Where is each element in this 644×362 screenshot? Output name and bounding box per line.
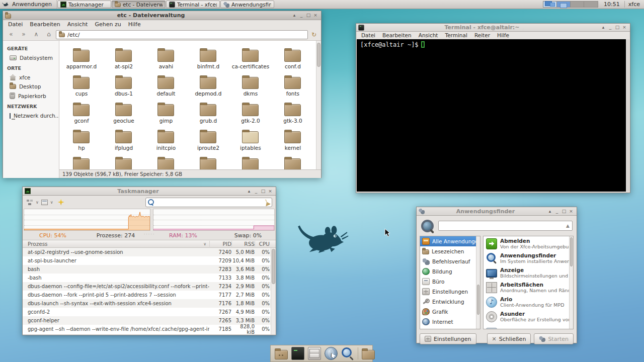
app-item[interactable]: AbmeldenVon der Xfce-Arbeitsumgebung ... bbox=[484, 236, 573, 251]
file-item[interactable] bbox=[60, 151, 103, 169]
menu-terminal[interactable]: Terminal bbox=[442, 32, 471, 39]
minimize-button[interactable]: _ bbox=[298, 12, 305, 19]
category-scrollbar[interactable] bbox=[476, 236, 480, 329]
workspace-switcher[interactable] bbox=[543, 1, 598, 8]
file-item[interactable]: iproute2 bbox=[187, 124, 229, 151]
sidebar-item[interactable]: Netzwerk durch... bbox=[3, 111, 59, 120]
category-item[interactable]: Internet bbox=[420, 317, 480, 327]
column-header-pid[interactable]: PID bbox=[209, 241, 231, 247]
reload-icon[interactable]: ↻ bbox=[309, 31, 318, 38]
file-item[interactable] bbox=[229, 151, 272, 169]
file-manager-titlebar[interactable]: etc - Dateiverwaltung ▴_□× bbox=[3, 11, 321, 20]
maximize-button[interactable]: □ bbox=[260, 188, 267, 195]
close-app-finder-button[interactable]: ✕ Schließen bbox=[487, 333, 531, 344]
terminal-titlebar[interactable]: Terminal - xfce@altair:~ ▴_□× bbox=[356, 24, 630, 32]
shade-button[interactable]: ▴ bbox=[546, 208, 553, 215]
workspace-3[interactable] bbox=[571, 2, 584, 7]
taskbar-button[interactable]: Taskmanager bbox=[57, 1, 111, 8]
menu-hilfe[interactable]: Hilfe bbox=[494, 32, 513, 39]
app-item[interactable]: AnzeigeBildschirmeinstellungen und An... bbox=[484, 265, 573, 280]
maximize-button[interactable]: □ bbox=[560, 208, 568, 215]
folder-plain-icon[interactable] bbox=[362, 350, 375, 359]
category-item[interactable]: Alle Anwendungen bbox=[420, 236, 480, 246]
clock[interactable]: 10:51 bbox=[599, 0, 624, 9]
chevron-down-icon[interactable]: ∨ bbox=[36, 200, 39, 205]
file-item[interactable]: geoclue bbox=[103, 97, 145, 124]
pane-handle[interactable]: ····· bbox=[144, 232, 155, 237]
category-item[interactable]: Grafik bbox=[420, 307, 480, 317]
menu-datei[interactable]: Datei bbox=[358, 32, 379, 39]
close-button[interactable]: × bbox=[568, 208, 575, 215]
process-row[interactable]: dbus-daemon --config-file=/etc/at-spi2/a… bbox=[23, 282, 276, 291]
file-item[interactable]: gimp bbox=[145, 97, 187, 124]
process-row[interactable]: -bash71333,8 MiB0% bbox=[23, 274, 276, 282]
menu-ansicht[interactable]: Ansicht bbox=[64, 20, 92, 29]
sidebar-item[interactable]: Papierkorb bbox=[3, 91, 59, 101]
menu-ansicht[interactable]: Ansicht bbox=[415, 32, 442, 39]
app-finder-titlebar[interactable]: Anwendungsfinder ▴_□× bbox=[417, 207, 577, 216]
file-list-view[interactable]: apparmor.dat-spi2avahibinfmt.dca-certifi… bbox=[59, 41, 321, 169]
clear-search-icon[interactable] bbox=[263, 198, 271, 206]
launch-button[interactable]: Starten bbox=[534, 333, 574, 344]
file-item[interactable]: conf.d bbox=[272, 43, 314, 70]
process-row[interactable]: at-spi2-registryd --use-gnome-session724… bbox=[23, 248, 276, 256]
file-item[interactable]: fonts bbox=[272, 70, 314, 97]
search-icon[interactable] bbox=[341, 347, 354, 360]
menu-hilfe[interactable]: Hilfe bbox=[125, 20, 144, 29]
close-button[interactable]: × bbox=[267, 188, 274, 195]
scrollbar-thumb[interactable] bbox=[477, 285, 479, 315]
minimize-button[interactable]: _ bbox=[607, 24, 614, 31]
menu-datei[interactable]: Datei bbox=[5, 20, 26, 29]
process-row[interactable]: at-spi-bus-launcher720910,4 MiB0% bbox=[23, 256, 276, 265]
scrollbar-thumb[interactable] bbox=[570, 237, 573, 266]
workspace-2[interactable] bbox=[557, 2, 571, 7]
maximize-button[interactable]: □ bbox=[305, 12, 312, 19]
path-bar[interactable]: /etc/ bbox=[56, 30, 308, 39]
applications-menu-button[interactable]: Anwendungen bbox=[0, 0, 57, 9]
menu-bearbeiten[interactable]: Bearbeiten bbox=[26, 20, 63, 29]
file-item[interactable]: cups bbox=[60, 70, 103, 97]
column-header-prozess[interactable]: Prozess∨ bbox=[23, 241, 209, 247]
back-button[interactable]: « bbox=[6, 30, 17, 39]
sidebar-item[interactable]: Dateisystem bbox=[3, 53, 59, 62]
minimize-button[interactable]: _ bbox=[553, 208, 560, 215]
up-button[interactable]: ∧ bbox=[31, 30, 42, 39]
collapse-icon[interactable]: ▲ bbox=[566, 223, 570, 228]
file-item[interactable]: gtk-2.0 bbox=[229, 97, 272, 124]
file-item[interactable]: gconf bbox=[60, 97, 103, 124]
close-button[interactable]: × bbox=[621, 24, 628, 31]
category-item[interactable]: Bildung bbox=[420, 266, 480, 277]
shade-button[interactable]: ▴ bbox=[291, 12, 298, 19]
terminal-icon[interactable] bbox=[291, 347, 304, 360]
shade-button[interactable]: ▴ bbox=[600, 24, 607, 31]
process-row[interactable]: gpg-agent --sh --daemon --write-env-file… bbox=[23, 325, 276, 333]
app-item[interactable]: ArbeitsflächenAnordnung, Namen und Rände… bbox=[484, 280, 573, 295]
file-item[interactable]: apparmor.d bbox=[60, 43, 103, 70]
web-browser-icon[interactable] bbox=[325, 347, 338, 360]
process-row[interactable]: gconfd-272674,9 MiB0% bbox=[23, 308, 276, 316]
file-item[interactable]: hp bbox=[60, 124, 103, 151]
process-row[interactable]: bash72833,6 MiB0% bbox=[23, 265, 276, 274]
process-tree-icon[interactable] bbox=[26, 199, 33, 206]
menu-bearbeiten[interactable]: Bearbeiten bbox=[379, 32, 415, 39]
maximize-button[interactable]: □ bbox=[614, 24, 621, 31]
taskbar-button[interactable]: etc - Dateiverwaltung bbox=[112, 1, 166, 8]
file-item[interactable]: initcpio bbox=[145, 124, 187, 151]
category-item[interactable]: Lesezeichen bbox=[420, 246, 480, 256]
file-item[interactable]: gtk-3.0 bbox=[272, 97, 314, 124]
scrollbar-thumb[interactable] bbox=[272, 249, 275, 284]
folder-dotted-icon[interactable] bbox=[275, 350, 288, 359]
process-search-field[interactable] bbox=[145, 198, 272, 207]
preferences-button[interactable]: Einstellungen bbox=[420, 333, 476, 344]
column-header-rss[interactable]: RSS bbox=[231, 241, 255, 247]
process-row[interactable]: dbus-daemon --fork --print-pid 5 --print… bbox=[23, 291, 276, 299]
home-button[interactable]: ⌂ bbox=[43, 30, 54, 39]
category-item[interactable]: Büro bbox=[420, 277, 480, 287]
shade-button[interactable]: ▴ bbox=[246, 188, 253, 195]
close-button[interactable]: × bbox=[312, 12, 319, 19]
file-item[interactable] bbox=[145, 151, 187, 169]
file-item[interactable] bbox=[187, 151, 229, 169]
file-item[interactable]: at-spi2 bbox=[103, 43, 145, 70]
file-item[interactable] bbox=[272, 151, 314, 169]
app-item[interactable]: AnwendungsfinderIm System installierte A… bbox=[484, 251, 573, 265]
